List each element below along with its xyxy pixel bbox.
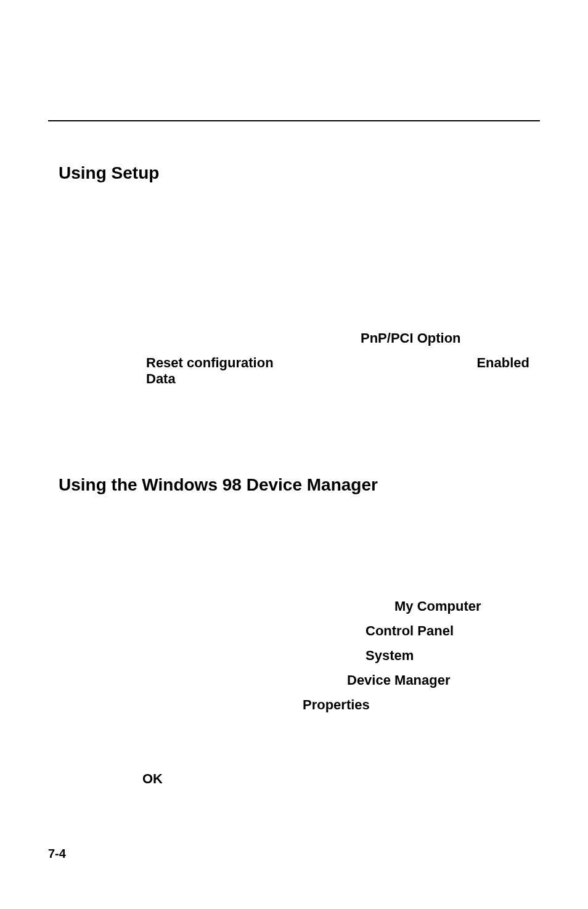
page-number: 7-4 [48, 847, 66, 861]
text-line: PnP/PCI Option [59, 330, 529, 346]
text-line: Reset configuration Data Enabled [59, 355, 529, 387]
step-text: Device Manager [347, 670, 529, 691]
step-text: Control Panel [365, 621, 529, 642]
enabled-label: Enabled [476, 355, 529, 371]
spacer [59, 715, 529, 765]
step-text: System [365, 645, 529, 666]
device-manager-label: Device Manager [347, 672, 451, 688]
step-text: My Computer [394, 596, 529, 617]
spacer [59, 206, 529, 327]
reset-configuration-data-label: Reset configuration Data [146, 355, 298, 387]
section-heading-device-manager: Using the Windows 98 Device Manager [59, 475, 529, 495]
document-page: Using Setup PnP/PCI Option Reset configu… [0, 0, 588, 909]
ok-label: OK [142, 771, 163, 786]
section-heading-using-setup: Using Setup [59, 163, 529, 183]
step-text: OK [142, 768, 529, 789]
page-content: Using Setup PnP/PCI Option Reset configu… [0, 163, 588, 789]
properties-label: Properties [303, 697, 370, 712]
spacer [59, 387, 529, 433]
header-rule [48, 120, 540, 121]
step-text: Properties [303, 695, 529, 715]
pnp-pci-option-label: PnP/PCI Option [361, 330, 461, 346]
system-label: System [365, 648, 414, 663]
control-panel-label: Control Panel [365, 623, 454, 638]
my-computer-label: My Computer [394, 598, 481, 614]
spacer [59, 518, 529, 592]
